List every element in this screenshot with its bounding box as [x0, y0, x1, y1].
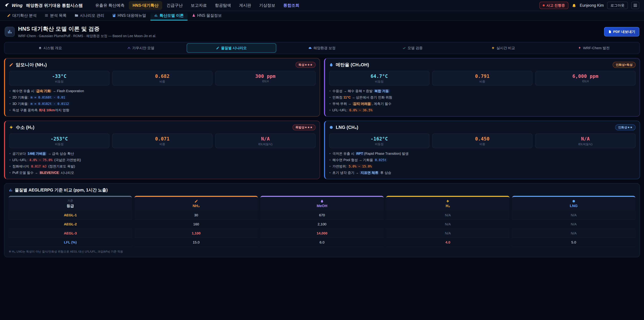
aegl-table: 기준 등급 NH₃ MeOH H₂ LNG [9, 196, 635, 247]
cell-lfl-h2: 4.0 [386, 238, 509, 247]
tab-label: 물질별 시나리오 [221, 46, 247, 50]
tab-substance-scenarios[interactable]: 물질별 시나리오 [187, 43, 276, 53]
cell-aegl3-meoh: 14,000 [260, 229, 384, 238]
cell-aegl1-meoh: 670 [260, 211, 384, 220]
app-logo[interactable]: Wing 해양환경 위기대응 통합시스템 [5, 3, 83, 8]
hamburger-menu-icon[interactable] [631, 2, 639, 9]
card-title: LNG (CH₄) [336, 125, 358, 130]
app-root: Wing 해양환경 위기대응 통합시스템 유출유 확산예측 HNS·대기확산 긴… [0, 0, 644, 320]
substance-card-meoh: 메탄올 (CH₃OH) 인화성+독성 64.7°C 비등점 0.791 비중 6… [324, 58, 640, 117]
stat-specific-gravity: 0.450 비중 [432, 133, 533, 148]
droplet-icon [320, 199, 324, 203]
notification-bell-icon[interactable] [572, 3, 576, 8]
cell-aegl1-h2: N/A [386, 211, 509, 220]
tab-label: 시스템 개요 [44, 46, 62, 50]
pencil-icon [216, 46, 219, 50]
subnav-item-scenario-management[interactable]: 시나리오 관리 [71, 11, 108, 21]
subnav-item-hns-substance-info[interactable]: HNS 물질정보 [188, 11, 226, 21]
bullet-item: 가연범위: 5.0% ~ 15.0% [329, 164, 636, 169]
nav-item-hns-atmospheric-diffusion[interactable]: HNS·대기확산 [129, 1, 162, 10]
subnav-item-diffusion-model-theory[interactable]: 확산모델 이론 [150, 11, 187, 21]
tab-label: 해양환경 보정 [314, 46, 336, 50]
pdf-export-button[interactable]: PDF 내보내기 [604, 27, 639, 37]
cell-lfl-nh3: 15.0 [134, 238, 258, 247]
home-icon [38, 46, 42, 50]
subnav-item-analysis-list[interactable]: 분석 목록 [41, 11, 70, 21]
nav-item-oil-spill-prediction[interactable]: 유출유 확산예측 [92, 1, 128, 10]
bullet-item: Puff 모델 필수 → BLEVE/VCE 시나리오 [9, 170, 316, 175]
rocket-icon [578, 46, 581, 50]
table-header-meoh: MeOH [260, 196, 384, 211]
card-bullets: 해수면 유출 시 급속 기화 → Flash Evaporation2D 기화율… [9, 89, 316, 113]
bullet-item: 인화점 11°C → 상온에서 증기 인화 위험 [329, 95, 636, 100]
stat-specific-gravity: 0.682 비중 [112, 71, 213, 86]
cell-lfl-lng: 5.0 [512, 238, 635, 247]
droplet-icon [329, 63, 334, 67]
bullet-item: 해수면 Pool 형성 → 기화율 0.025t [329, 158, 636, 162]
card-bullets: 극저온 유출 시 RPT(Rapid Phase Transition) 발생해… [329, 151, 636, 175]
circle-icon [329, 125, 334, 130]
row-label-lfl: LFL (%) [9, 238, 132, 247]
cell-aegl2-nh3: 160 [134, 220, 258, 229]
tab-gaussian-model[interactable]: 가우시안 모델 [96, 43, 186, 53]
subnav-item-hns-response-manual[interactable]: HNS 대응매뉴얼 [108, 11, 150, 21]
subnav: 대기확산 분석 분석 목록 시나리오 관리 HNS 대응매뉴얼 확산모델 이론 … [0, 11, 644, 21]
pencil-icon [9, 63, 14, 67]
user-name: Eunjeong Kim [580, 3, 604, 8]
wing-logo-icon [5, 3, 10, 8]
bullet-item: 무색·무취 → 감지 어려움, 계측기 필수 [329, 101, 636, 106]
lightning-icon [492, 46, 495, 50]
cell-lfl-meoh: 6.0 [260, 238, 384, 247]
stat-boiling-point: -162°C 비등점 [329, 133, 430, 148]
tab-label: 모델 검증 [408, 46, 422, 50]
stat-boxes: -162°C 비등점 0.450 비중 N/A IDLH(질식) [329, 133, 636, 148]
cell-aegl3-h2: N/A [386, 229, 509, 238]
folder-icon [75, 14, 78, 17]
tab-system-overview[interactable]: 시스템 개요 [5, 43, 95, 53]
pencil-icon [194, 199, 198, 203]
flask-icon [192, 14, 196, 17]
bullet-item: 극저온 유출 시 RPT(Rapid Phase Transition) 발생 [329, 151, 636, 156]
tab-label: 실시간 비교 [496, 46, 515, 50]
cell-aegl3-nh3: 1,100 [134, 229, 258, 238]
bullet-item: 점화에너지 0.017 mJ (정전기로도 폭발) [9, 164, 316, 169]
stat-boiling-point: -33°C 비등점 [9, 71, 110, 86]
incident-status-badge: 사고 진행중 [539, 2, 568, 9]
stat-idlh: N/A IDLH(질식) [535, 133, 636, 148]
table-header-lng: LNG [512, 196, 635, 211]
bullet-item: 공기보다 14배 가벼움 → 급속 상승 확산 [9, 151, 316, 156]
cell-aegl2-meoh: 2,100 [260, 220, 384, 229]
subnav-item-diffusion-analysis[interactable]: 대기확산 분석 [3, 11, 40, 21]
lightning-icon [9, 125, 14, 130]
logout-button[interactable]: 로그아웃 [607, 2, 628, 9]
book-icon [112, 14, 116, 17]
subnav-label: 확산모델 이론 [160, 13, 184, 18]
pencil-icon [7, 14, 11, 17]
tab-realtime-comparison[interactable]: 실시간 비교 [458, 43, 548, 53]
stat-boiling-point: 64.7°C 비등점 [329, 71, 430, 86]
tab-label: 가우시안 모델 [132, 46, 154, 50]
nav-item-emergency-rescue[interactable]: 긴급구난 [163, 1, 186, 10]
top-navbar: Wing 해양환경 위기대응 통합시스템 유출유 확산예측 HNS·대기확산 긴… [0, 0, 644, 11]
bullet-item: 초기 냉각 증기 → 지표면 체류 후 상승 [329, 170, 636, 175]
card-title: 메탄올 (CH₃OH) [336, 62, 369, 68]
card-title: 암모니아 (NH₃) [16, 62, 47, 68]
tab-model-validation[interactable]: 모델 검증 [368, 43, 457, 53]
stat-specific-gravity: 0.071 비중 [112, 133, 213, 148]
nav-item-reports[interactable]: 보고자료 [187, 1, 210, 10]
nav-item-aerial-search[interactable]: 항공탐색 [211, 1, 234, 10]
tab-marine-environment-correction[interactable]: 해양환경 보정 [277, 43, 367, 53]
nav-item-weather[interactable]: 기상정보 [256, 1, 279, 10]
nav-item-board[interactable]: 게시판 [235, 1, 255, 10]
row-label-aegl1: AEGL-1 [9, 211, 132, 220]
bullet-item: 수용성 → 해수 용해 + 증발 복합 거동 [329, 89, 636, 94]
aegl-comparison-section: 물질별 AEGL/ERPG 기준 비교 (ppm, 1시간 노출) 기준 등급 … [4, 183, 640, 257]
tab-wrf-chem-advancement[interactable]: WRF-Chem 발전 [549, 43, 639, 53]
nav-item-integrated-search[interactable]: 통합조회 [280, 1, 303, 10]
gauss-curve-icon [127, 46, 131, 50]
bullet-item: 해수면 유출 시 급속 기화 → Flash Evaporation [9, 89, 316, 94]
check-icon [402, 46, 406, 50]
cell-aegl1-lng: N/A [512, 211, 635, 220]
page-header: HNS 대기확산 모델 이론 및 검증 WRF-Chem · Gaussian … [5, 25, 639, 38]
hazard-badge: 인화성+독성 [613, 62, 636, 68]
